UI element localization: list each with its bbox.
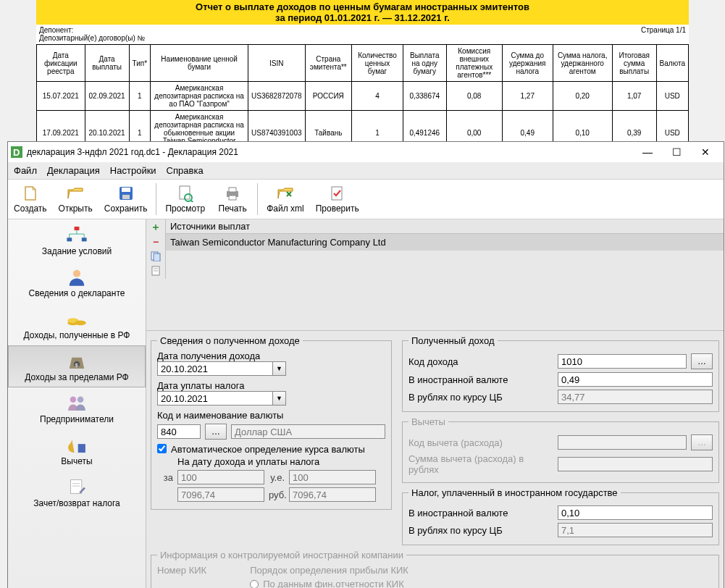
maximize-button[interactable]: ☐: [667, 146, 686, 158]
minimize-button[interactable]: —: [638, 146, 657, 158]
report-table: Дата фиксации реестраДата выплатыТип*Наи…: [36, 44, 689, 156]
background-report: Отчет о выплате доходов по ценным бумага…: [36, 0, 689, 156]
app-window: D декларация 3-ндфл 2021 год.dc1 - Декла…: [7, 141, 724, 161]
window-title: декларация 3-ндфл 2021 год.dc1 - Деклара…: [27, 147, 638, 157]
title-bar: D декларация 3-ндфл 2021 год.dc1 - Декла…: [8, 142, 724, 161]
svg-text:D: D: [13, 147, 20, 158]
deponent-label: Депонент:: [39, 26, 145, 34]
close-button[interactable]: ✕: [696, 146, 715, 158]
page-number: Страница 1/1: [641, 26, 686, 34]
report-title: Отчет о выплате доходов по ценным бумага…: [36, 0, 689, 25]
contract-label: Депозитарный(е) договор(ы) №: [39, 34, 145, 42]
app-icon: D: [11, 146, 22, 158]
